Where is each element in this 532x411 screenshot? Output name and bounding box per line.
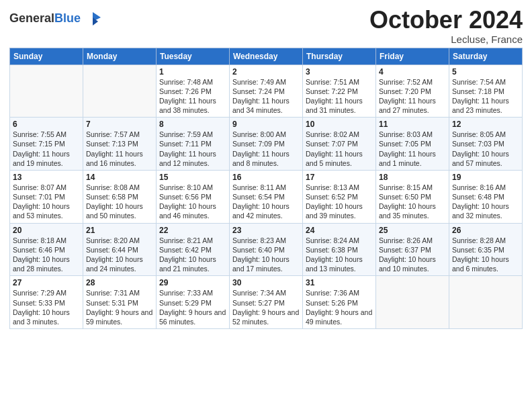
calendar-cell: 23Sunrise: 8:23 AMSunset: 6:40 PMDayligh… (230, 223, 303, 276)
day-info: Sunrise: 7:54 AMSunset: 7:18 PMDaylight:… (452, 77, 519, 116)
logo: GeneralBlue (9, 11, 102, 27)
day-info: Sunrise: 7:33 AMSunset: 5:29 PMDaylight:… (159, 288, 226, 326)
calendar-cell: 15Sunrise: 8:10 AMSunset: 6:56 PMDayligh… (157, 170, 230, 223)
calendar-week-row: 6Sunrise: 7:55 AMSunset: 7:15 PMDaylight… (10, 118, 523, 171)
day-info: Sunrise: 7:29 AMSunset: 5:33 PMDaylight:… (13, 288, 80, 326)
day-number: 5 (452, 67, 519, 77)
calendar-cell: 6Sunrise: 7:55 AMSunset: 7:15 PMDaylight… (10, 118, 83, 171)
calendar-cell (376, 276, 449, 329)
calendar-week-row: 20Sunrise: 8:18 AMSunset: 6:46 PMDayligh… (10, 223, 523, 276)
day-number: 17 (306, 173, 373, 182)
day-info: Sunrise: 7:49 AMSunset: 7:24 PMDaylight:… (232, 77, 300, 116)
calendar-cell: 29Sunrise: 7:33 AMSunset: 5:29 PMDayligh… (157, 276, 230, 329)
col-header-wednesday: Wednesday (230, 48, 303, 64)
day-number: 30 (232, 278, 300, 287)
calendar-cell: 21Sunrise: 8:20 AMSunset: 6:44 PMDayligh… (83, 223, 157, 276)
day-number: 14 (86, 173, 153, 182)
title-block: October 2024 Lecluse, France (369, 7, 523, 45)
calendar-header-row: SundayMondayTuesdayWednesdayThursdayFrid… (10, 48, 523, 64)
day-info: Sunrise: 8:24 AMSunset: 6:38 PMDaylight:… (306, 236, 373, 274)
day-info: Sunrise: 8:28 AMSunset: 6:35 PMDaylight:… (452, 236, 519, 274)
day-number: 31 (306, 278, 373, 287)
day-number: 25 (379, 226, 446, 235)
day-number: 19 (452, 173, 519, 182)
day-info: Sunrise: 8:03 AMSunset: 7:05 PMDaylight:… (379, 130, 446, 168)
calendar-cell: 22Sunrise: 8:21 AMSunset: 6:42 PMDayligh… (157, 223, 230, 276)
col-header-thursday: Thursday (303, 48, 376, 64)
calendar-cell (83, 64, 157, 118)
calendar-cell: 3Sunrise: 7:51 AMSunset: 7:22 PMDaylight… (303, 64, 376, 118)
month-title: October 2024 (369, 7, 523, 34)
day-number: 10 (306, 120, 373, 129)
calendar-cell: 20Sunrise: 8:18 AMSunset: 6:46 PMDayligh… (10, 223, 83, 276)
day-number: 20 (13, 226, 80, 235)
calendar-cell: 24Sunrise: 8:24 AMSunset: 6:38 PMDayligh… (303, 223, 376, 276)
day-info: Sunrise: 8:21 AMSunset: 6:42 PMDaylight:… (159, 236, 226, 274)
calendar-cell: 27Sunrise: 7:29 AMSunset: 5:33 PMDayligh… (10, 276, 83, 329)
day-info: Sunrise: 7:36 AMSunset: 5:26 PMDaylight:… (306, 288, 373, 326)
calendar-week-row: 1Sunrise: 7:48 AMSunset: 7:26 PMDaylight… (10, 64, 523, 118)
calendar-cell: 5Sunrise: 7:54 AMSunset: 7:18 PMDaylight… (449, 64, 523, 118)
day-info: Sunrise: 8:26 AMSunset: 6:37 PMDaylight:… (379, 236, 446, 274)
calendar-cell: 13Sunrise: 8:07 AMSunset: 7:01 PMDayligh… (10, 170, 83, 223)
col-header-friday: Friday (376, 48, 449, 64)
day-number: 9 (232, 120, 300, 129)
calendar-cell: 8Sunrise: 7:59 AMSunset: 7:11 PMDaylight… (157, 118, 230, 171)
calendar-cell: 19Sunrise: 8:16 AMSunset: 6:48 PMDayligh… (449, 170, 523, 223)
logo-blue: Blue (54, 11, 81, 25)
day-number: 4 (379, 67, 446, 77)
col-header-tuesday: Tuesday (157, 48, 230, 64)
day-info: Sunrise: 8:11 AMSunset: 6:54 PMDaylight:… (232, 183, 300, 221)
day-info: Sunrise: 8:16 AMSunset: 6:48 PMDaylight:… (452, 183, 519, 221)
calendar-cell (10, 64, 83, 118)
day-info: Sunrise: 8:15 AMSunset: 6:50 PMDaylight:… (379, 183, 446, 221)
calendar-cell (449, 276, 523, 329)
calendar-cell: 12Sunrise: 8:05 AMSunset: 7:03 PMDayligh… (449, 118, 523, 171)
calendar-table: SundayMondayTuesdayWednesdayThursdayFrid… (9, 48, 523, 329)
day-info: Sunrise: 7:52 AMSunset: 7:20 PMDaylight:… (379, 77, 446, 116)
day-info: Sunrise: 7:51 AMSunset: 7:22 PMDaylight:… (306, 77, 373, 116)
day-info: Sunrise: 8:08 AMSunset: 6:58 PMDaylight:… (86, 183, 153, 221)
calendar-cell: 28Sunrise: 7:31 AMSunset: 5:31 PMDayligh… (83, 276, 157, 329)
calendar-week-row: 27Sunrise: 7:29 AMSunset: 5:33 PMDayligh… (10, 276, 523, 329)
calendar-cell: 1Sunrise: 7:48 AMSunset: 7:26 PMDaylight… (157, 64, 230, 118)
day-number: 13 (13, 173, 80, 182)
day-info: Sunrise: 8:20 AMSunset: 6:44 PMDaylight:… (86, 236, 153, 274)
col-header-monday: Monday (83, 48, 157, 64)
day-info: Sunrise: 8:18 AMSunset: 6:46 PMDaylight:… (13, 236, 80, 274)
day-number: 1 (159, 67, 226, 77)
calendar-cell: 16Sunrise: 8:11 AMSunset: 6:54 PMDayligh… (230, 170, 303, 223)
calendar-cell: 17Sunrise: 8:13 AMSunset: 6:52 PMDayligh… (303, 170, 376, 223)
logo-general: General (9, 11, 54, 25)
location: Lecluse, France (369, 34, 523, 45)
col-header-sunday: Sunday (10, 48, 83, 64)
calendar-cell: 18Sunrise: 8:15 AMSunset: 6:50 PMDayligh… (376, 170, 449, 223)
day-number: 6 (13, 120, 80, 129)
calendar-cell: 9Sunrise: 8:00 AMSunset: 7:09 PMDaylight… (230, 118, 303, 171)
day-number: 12 (452, 120, 519, 129)
day-info: Sunrise: 8:02 AMSunset: 7:07 PMDaylight:… (306, 130, 373, 168)
day-number: 2 (232, 67, 300, 77)
day-number: 26 (452, 226, 519, 235)
calendar-cell: 7Sunrise: 7:57 AMSunset: 7:13 PMDaylight… (83, 118, 157, 171)
day-number: 16 (232, 173, 300, 182)
day-info: Sunrise: 7:57 AMSunset: 7:13 PMDaylight:… (86, 130, 153, 168)
day-info: Sunrise: 8:13 AMSunset: 6:52 PMDaylight:… (306, 183, 373, 221)
day-number: 28 (86, 278, 153, 287)
day-number: 27 (13, 278, 80, 287)
day-number: 8 (159, 120, 226, 129)
day-number: 18 (379, 173, 446, 182)
calendar-cell: 11Sunrise: 8:03 AMSunset: 7:05 PMDayligh… (376, 118, 449, 171)
day-info: Sunrise: 7:34 AMSunset: 5:27 PMDaylight:… (232, 288, 300, 326)
day-number: 7 (86, 120, 153, 129)
page: GeneralBlue October 2024 Lecluse, France… (0, 0, 532, 336)
day-info: Sunrise: 8:05 AMSunset: 7:03 PMDaylight:… (452, 130, 519, 168)
calendar-cell: 25Sunrise: 8:26 AMSunset: 6:37 PMDayligh… (376, 223, 449, 276)
calendar-cell: 31Sunrise: 7:36 AMSunset: 5:26 PMDayligh… (303, 276, 376, 329)
day-number: 29 (159, 278, 226, 287)
day-number: 21 (86, 226, 153, 235)
col-header-saturday: Saturday (449, 48, 523, 64)
day-info: Sunrise: 8:00 AMSunset: 7:09 PMDaylight:… (232, 130, 300, 168)
calendar-cell: 10Sunrise: 8:02 AMSunset: 7:07 PMDayligh… (303, 118, 376, 171)
calendar-week-row: 13Sunrise: 8:07 AMSunset: 7:01 PMDayligh… (10, 170, 523, 223)
